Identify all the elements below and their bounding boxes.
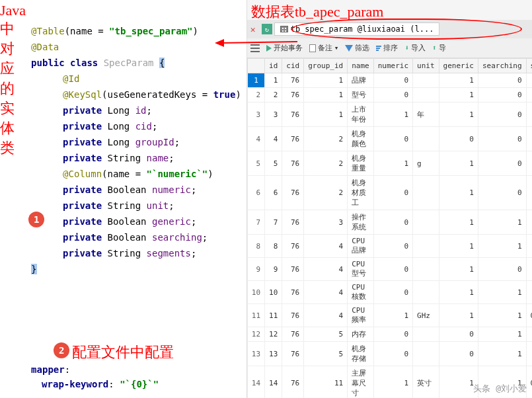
svg-marker-1 [215,39,224,47]
annotation-table: @Table [31,26,65,36]
title-right: 数据表tb_apec_param [251,2,383,22]
table-row[interactable]: 88764CPU品牌011 [247,235,532,258]
col-unit[interactable]: unit [413,59,439,73]
svg-line-0 [221,42,297,43]
table-row[interactable]: 66762机身材质工010 [247,176,532,210]
col-numeric[interactable]: numeric [373,59,412,73]
col-searching[interactable]: searching [478,59,526,73]
col-seg[interactable]: seg [526,59,532,73]
annotation-data: @Data [31,42,59,52]
col-id[interactable]: id [265,59,282,73]
table-row[interactable]: 44762机身颜色000 [247,127,532,151]
table-row[interactable]: 22761型号010 [247,88,532,102]
table-row[interactable]: 1212765内存001 [247,327,532,342]
table-row[interactable]: 99764CPU型号010 [247,258,532,281]
export-icon: ⬆ [432,44,437,52]
db-pane: ✕ ↻ tb_spec_param @liuxiaoai (l... 开始事务 … [247,0,532,398]
arrow-annotation [215,36,301,50]
table-row[interactable]: 77763操作系统011 [247,210,532,235]
doc-icon [309,44,316,52]
table-row[interactable]: 1313765机身存储001 [247,342,532,366]
col-generic[interactable]: generic [439,59,478,73]
java-code: @Table(name = "tb_spec_param") @Data pub… [31,23,241,277]
table-row[interactable]: 1111764CPU频率1GHz110-1 [247,304,532,327]
title-left: Java中对应的实体类 [0,0,26,398]
tab-label: tb_spec_param @liuxiaoai (l... [291,24,434,34]
table-row[interactable]: 33761上市年份1年10 [247,102,532,127]
table-row[interactable]: 1010764CPU核数011 [247,281,532,304]
col-cid[interactable]: cid [282,59,304,73]
close-icon[interactable]: ✕ [250,24,256,34]
yaml-config: mapper: wrap-keyword: "`{0}`" [31,362,159,391]
annotation-column: @Column [63,169,102,179]
tab-bar: ✕ ↻ tb_spec_param @liuxiaoai (l... [247,20,532,38]
table-icon [280,26,288,32]
note-button[interactable]: 备注 ▾ [309,43,339,53]
sort-button[interactable]: 排序 [376,43,398,53]
table-tab[interactable]: tb_spec_param @liuxiaoai (l... [274,22,440,36]
data-table-wrap[interactable]: idcidgroup_idnamenumericunitgenericsearc… [247,58,532,398]
col-group_id[interactable]: group_id [304,59,348,73]
refresh-icon[interactable]: ↻ [262,24,272,34]
watermark: 头条 @刘小爱 [473,383,527,395]
main-container: Java中对应的实体类 数据表tb_apec_param @Table(name… [0,0,532,398]
col-name[interactable]: name [348,59,374,73]
export-button[interactable]: ⬆导 [432,43,446,53]
sort-icon [376,46,381,51]
import-button[interactable]: ⬇导入 [404,43,426,53]
badge-2: 2 [54,342,69,358]
annotation-id: @Id [63,73,79,84]
import-icon: ⬇ [404,44,409,52]
code-pane: @Table(name = "tb_spec_param") @Data pub… [26,0,247,398]
badge-1: 1 [28,212,44,227]
table-row[interactable]: 55762机身重量1g10 [247,151,532,176]
filter-icon [345,45,353,52]
config-title: 配置文件中配置 [72,342,174,362]
data-table: idcidgroup_idnamenumericunitgenericsearc… [247,58,532,398]
table-row[interactable]: 11761品牌010 [247,73,532,88]
filter-button[interactable]: 筛选 [345,43,369,53]
